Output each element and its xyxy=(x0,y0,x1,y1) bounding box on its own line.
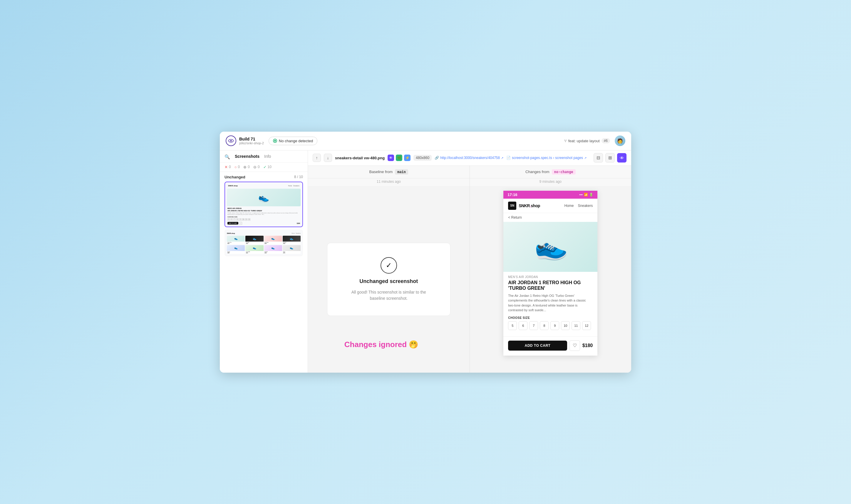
size-5[interactable]: 5 xyxy=(508,321,517,330)
changes-header: Changes from no-change xyxy=(470,166,632,178)
thumb2-item-1: 👟 Turbo Grn$180 xyxy=(227,236,245,245)
tab-screenshots[interactable]: Screenshots xyxy=(235,154,259,160)
app-window: Build 71 jsfez/snkr-shop-2 No change det… xyxy=(220,132,631,373)
phone-mockup: 17:16 ▪▪▪ 📶 🔋 xyxy=(503,191,597,356)
phone-back-button[interactable]: < Return xyxy=(503,213,597,222)
repo-label: jsfez/snkr-shop-2 xyxy=(239,141,264,145)
size-6[interactable]: 6 xyxy=(519,321,527,330)
error-count: 0 xyxy=(229,165,231,169)
thumb2-item-5: 👟 Hyphy$200 xyxy=(227,245,245,254)
nav-sneakers[interactable]: Sneakers xyxy=(578,204,593,208)
sidebar-tabs: 🔍 Screenshots Info xyxy=(220,150,308,163)
wishlist-button[interactable]: ♡ xyxy=(569,340,580,351)
unchanged-title: Unchanged screenshot xyxy=(359,278,418,285)
filter-check[interactable]: ✓ 10 xyxy=(263,165,272,169)
phone-size-label: CHOOSE SIZE xyxy=(508,316,593,320)
thumb-product-name: AIR JORDAN 1 RETRO HIGH OG 'TURBO GREEN' xyxy=(228,210,300,212)
branch-info: ⑂ feat: update layout #6 xyxy=(564,138,610,143)
baseline-from-label: Baseline from xyxy=(369,169,393,174)
nav-down-button[interactable]: ↓ xyxy=(324,154,332,162)
pr-badge[interactable]: #6 xyxy=(601,138,610,143)
speed-icon: ⚡ xyxy=(404,155,411,161)
screenshot-thumb-1[interactable]: SNKR.shop Home Sneakers 👟 MEN'S AIR JORD… xyxy=(224,182,303,227)
search-icon[interactable]: 🔍 xyxy=(224,154,230,160)
phone-logo-text: SNKR.shop xyxy=(519,203,540,208)
wifi-icon: 📶 xyxy=(584,193,588,197)
diff-view-button[interactable]: ⊞ xyxy=(605,153,615,163)
phone-brand-logo: SN SNKR.shop xyxy=(508,202,540,210)
size-9[interactable]: 9 xyxy=(550,321,559,330)
phone-cart-section: ADD TO CART ♡ $180 xyxy=(503,337,597,356)
size-11[interactable]: 11 xyxy=(572,321,580,330)
tab-info[interactable]: Info xyxy=(264,154,271,160)
check-count: 10 xyxy=(268,165,272,169)
url-link[interactable]: 🔗 http://localhost:3000/sneakers/404758 … xyxy=(435,156,503,160)
phone-mockup-container: 17:16 ▪▪▪ 📶 🔋 xyxy=(470,186,632,373)
branch-icon: ⑂ xyxy=(564,139,566,143)
signal-icon: ▪▪▪ xyxy=(579,193,583,196)
visual-icon: 👁 xyxy=(387,155,394,161)
toolbar-badges: 👁 🌿 ⚡ xyxy=(387,155,411,161)
phone-product-info: MEN'S AIR JORDAN AIR JORDAN 1 RETRO HIGH… xyxy=(503,272,597,337)
filter-plus[interactable]: ⊕ 0 xyxy=(243,165,250,169)
phone-status-icons: ▪▪▪ 📶 🔋 xyxy=(579,193,594,197)
minus-icon: ⊖ xyxy=(253,165,256,169)
phone-logo-icon: SN xyxy=(508,202,516,210)
thumb-product-brand: MEN'S AIR JORDAN xyxy=(228,208,300,209)
phone-nav-links: Home Sneakers xyxy=(564,204,593,208)
comparison-area: Baseline from main 11 minutes ago ✓ Unch… xyxy=(308,166,631,373)
phone-product-name: AIR JORDAN 1 RETRO HIGH OG 'TURBO GREEN' xyxy=(508,280,593,291)
phone-nav: SN SNKR.shop Home Sneakers xyxy=(503,199,597,213)
thumb-product-desc: The Air Jordan 1 Retro High OG 'Turbo Gr… xyxy=(228,212,300,215)
build-label: Build 71 xyxy=(239,137,264,141)
main-content: ↑ ↓ sneakers-detail vw-480.png 👁 🌿 ⚡ 480… xyxy=(308,150,631,373)
size-10[interactable]: 10 xyxy=(561,321,570,330)
baseline-header: Baseline from main xyxy=(308,166,470,178)
thumb-product-image: 👟 xyxy=(227,189,301,206)
size-12[interactable]: 12 xyxy=(582,321,591,330)
spec-external-link-icon: ↗ xyxy=(584,156,586,160)
size-badge[interactable]: 480x860 xyxy=(414,155,432,161)
nav-home[interactable]: Home xyxy=(564,204,574,208)
sidebar-filters: ✕ 0 ○ 0 ⊕ 0 ⊖ 0 ✓ 10 xyxy=(220,163,308,172)
size-8[interactable]: 8 xyxy=(540,321,549,330)
status-badge[interactable]: No change detected xyxy=(269,137,318,145)
filter-minus[interactable]: ⊖ 0 xyxy=(253,165,260,169)
check-circle-icon: ✓ xyxy=(381,257,397,274)
logo-eye-icon xyxy=(226,136,236,146)
filter-error[interactable]: ✕ 0 xyxy=(224,165,231,169)
split-view-button[interactable]: ⊟ xyxy=(594,153,603,163)
avatar[interactable]: 🧑 xyxy=(615,136,625,146)
section-title: Unchanged xyxy=(224,175,246,179)
link-icon: 🔗 xyxy=(435,156,439,160)
spec-icon: 📄 xyxy=(506,156,511,160)
thumb-logo: SNKR.shop xyxy=(228,185,238,186)
changes-ignored-label: Changes ignored 🤭 xyxy=(344,340,418,349)
filter-warning[interactable]: ○ 0 xyxy=(235,165,240,169)
thumb2-item-4: 👟 Infrared$250 xyxy=(283,236,301,245)
thumb-add-to-cart: ADD TO CART xyxy=(228,222,238,224)
add-to-cart-button[interactable]: ADD TO CART xyxy=(508,341,567,350)
eye-view-button[interactable]: 👁 xyxy=(617,153,627,163)
screenshot-thumb-2[interactable]: SNKR.shop Home Sneakers 👟 Turbo Grn$180 xyxy=(224,230,303,256)
size-7[interactable]: 7 xyxy=(529,321,538,330)
svg-point-1 xyxy=(230,140,232,142)
main-toolbar: ↑ ↓ sneakers-detail vw-480.png 👁 🌿 ⚡ 480… xyxy=(308,150,631,166)
phone-time: 17:16 xyxy=(507,193,517,197)
phone-product-desc: The Air Jordan 1 Retro High OG 'Turbo Gr… xyxy=(508,293,593,313)
unchanged-card: ✓ Unchanged screenshot All good! This sc… xyxy=(327,243,451,316)
changes-from-label: Changes from xyxy=(525,169,549,174)
phone-brand-tag: MEN'S AIR JORDAN xyxy=(508,275,593,278)
header: Build 71 jsfez/snkr-shop-2 No change det… xyxy=(220,132,631,150)
error-icon: ✕ xyxy=(224,165,228,169)
phone-sizes: 5 6 7 8 9 10 11 12 xyxy=(508,321,593,330)
phone-size-section: CHOOSE SIZE 5 6 7 8 9 10 11 xyxy=(508,316,593,330)
file-name: sneakers-detail vw-480.png xyxy=(335,156,385,160)
spec-link[interactable]: 📄 screenshot-pages.spec.ts › screenshot … xyxy=(506,156,586,160)
nav-up-button[interactable]: ↑ xyxy=(313,154,321,162)
branch-name: feat: update layout xyxy=(568,139,600,143)
changes-branch: no-change xyxy=(552,169,576,175)
warning-icon: ○ xyxy=(235,165,237,169)
check-icon: ✓ xyxy=(263,165,267,169)
plus-count: 0 xyxy=(248,165,250,169)
